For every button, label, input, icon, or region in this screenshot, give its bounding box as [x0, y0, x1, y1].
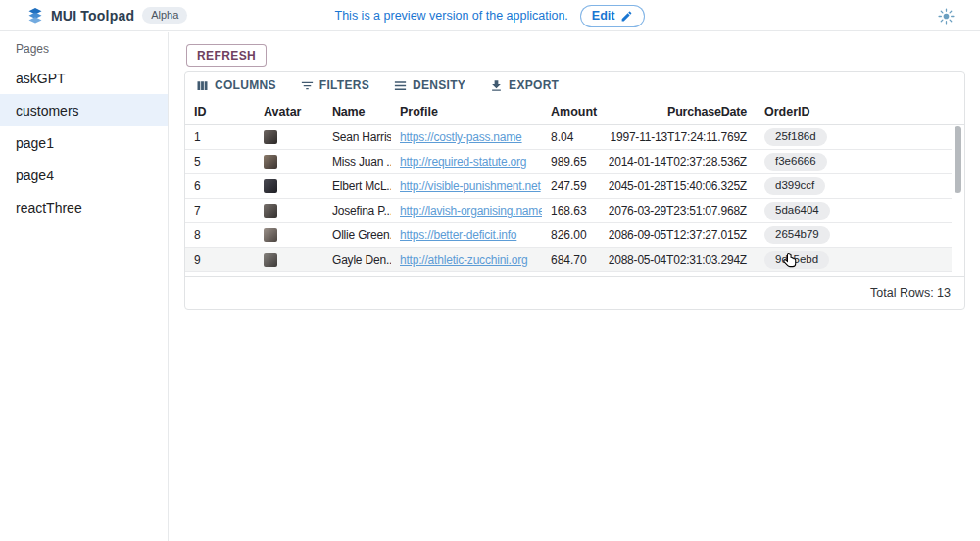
cell-id: 7	[185, 199, 255, 222]
sidebar: Pages askGPT customers page1 page4 react…	[0, 32, 169, 541]
profile-link[interactable]: http://required-statute.org	[400, 155, 526, 169]
order-id-chip[interactable]: 9dc5ebd	[764, 251, 829, 269]
cell-amount: 684.70	[542, 248, 604, 271]
preview-notice: This is a preview version of the applica…	[335, 9, 568, 23]
table-row[interactable]: 1 Sean Harris https://costly-pass.name 8…	[185, 125, 952, 150]
app-title: MUI Toolpad	[51, 8, 134, 24]
sidebar-item-askgpt[interactable]: askGPT	[0, 62, 168, 94]
order-id-chip[interactable]: 5da6404	[764, 202, 830, 220]
export-button-label: EXPORT	[509, 78, 559, 92]
column-header-amount[interactable]: Amount	[542, 99, 604, 124]
cell-id: 6	[185, 174, 255, 198]
cell-purchasedate: 2045-01-28T15:40:06.325Z	[604, 174, 756, 198]
download-icon	[489, 78, 504, 93]
sidebar-item-customers[interactable]: customers	[0, 94, 168, 126]
cell-purchasedate: 2086-09-05T12:37:27.015Z	[604, 223, 756, 247]
cell-name: Gayle Den...	[323, 248, 391, 271]
table-row[interactable]: 7 Josefina P... http://lavish-organising…	[185, 199, 952, 223]
cell-profile: http://required-statute.org	[391, 150, 542, 173]
cell-name: Miss Juan ...	[323, 150, 391, 173]
cell-amount: 8.04	[542, 125, 604, 149]
cell-orderid: 25f186d	[756, 125, 952, 149]
column-header-avatar[interactable]: Avatar	[255, 99, 323, 124]
profile-link[interactable]: https://costly-pass.name	[400, 130, 522, 144]
columns-button[interactable]: COLUMNS	[195, 78, 276, 93]
density-button-label: DENSITY	[413, 78, 466, 92]
view-columns-icon	[195, 78, 210, 93]
data-grid: COLUMNS FILTERS DENSITY EXPORT ID Avatar…	[184, 71, 965, 310]
cell-name: Josefina P...	[323, 199, 391, 222]
theme-toggle-button[interactable]	[935, 5, 956, 26]
avatar	[264, 179, 277, 193]
table-row[interactable]: 8 Ollie Green... https://better-deficit.…	[185, 223, 952, 248]
density-button[interactable]: DENSITY	[393, 78, 466, 93]
column-header-profile[interactable]: Profile	[391, 99, 542, 124]
export-button[interactable]: EXPORT	[489, 78, 559, 93]
cell-orderid: 5da6404	[756, 199, 952, 222]
profile-link[interactable]: http://visible-punishment.net	[400, 179, 541, 193]
order-id-chip[interactable]: 2654b79	[764, 226, 830, 244]
cell-purchasedate: 1997-11-13T17:24:11.769Z	[604, 125, 756, 149]
cell-avatar	[255, 125, 323, 149]
cell-id: 5	[185, 150, 255, 173]
filters-button[interactable]: FILTERS	[300, 78, 369, 93]
filter-list-icon	[300, 78, 315, 93]
cell-purchasedate: 2088-05-04T02:31:03.294Z	[604, 248, 756, 271]
cell-profile: http://lavish-organising.name	[391, 199, 542, 222]
cell-orderid: 9dc5ebd	[756, 248, 952, 271]
avatar	[264, 228, 277, 242]
column-header-id[interactable]: ID	[185, 99, 255, 124]
edit-button[interactable]: Edit	[580, 5, 646, 27]
cell-profile: https://costly-pass.name	[391, 125, 542, 149]
cell-profile: http://visible-punishment.net	[391, 174, 542, 198]
table-row[interactable]: 5 Miss Juan ... http://required-statute.…	[185, 150, 952, 174]
cell-id: 8	[185, 223, 255, 247]
app-bar: MUI Toolpad Alpha This is a preview vers…	[0, 0, 980, 31]
cell-amount: 168.63	[542, 199, 604, 222]
vertical-scrollbar[interactable]	[955, 126, 961, 193]
sidebar-item-reactthree[interactable]: reactThree	[0, 191, 168, 223]
order-id-chip[interactable]: 25f186d	[764, 128, 827, 146]
profile-link[interactable]: http://athletic-zucchini.org	[400, 253, 527, 267]
cell-profile: https://better-deficit.info	[391, 223, 542, 247]
alpha-badge: Alpha	[142, 7, 187, 24]
cell-purchasedate: 2076-03-29T23:51:07.968Z	[604, 199, 756, 222]
table-row[interactable]: 6 Elbert McL... http://visible-punishmen…	[185, 174, 952, 199]
cell-orderid: d399ccf	[756, 174, 952, 198]
density-rows-icon	[393, 78, 408, 93]
grid-header-row: ID Avatar Name Profile Amount PurchaseDa…	[185, 99, 964, 125]
profile-link[interactable]: https://better-deficit.info	[400, 228, 516, 242]
column-header-name[interactable]: Name	[323, 99, 391, 124]
cell-avatar	[255, 199, 323, 222]
grid-toolbar: COLUMNS FILTERS DENSITY EXPORT	[185, 72, 964, 99]
cell-avatar	[255, 223, 323, 247]
refresh-button[interactable]: REFRESH	[186, 44, 267, 67]
cell-name: Elbert McL...	[323, 174, 391, 198]
grid-rows: 1 Sean Harris https://costly-pass.name 8…	[185, 125, 952, 272]
cell-id: 1	[185, 125, 255, 149]
grid-footer: Total Rows: 13	[185, 276, 964, 309]
cell-profile: http://athletic-zucchini.org	[391, 248, 542, 271]
cell-name: Sean Harris	[323, 125, 391, 149]
avatar	[264, 253, 277, 267]
table-row[interactable]: 9 Gayle Den... http://athletic-zucchini.…	[185, 248, 952, 272]
toolpad-logo-icon	[27, 7, 43, 24]
cell-amount: 247.59	[542, 174, 604, 198]
sidebar-item-page1[interactable]: page1	[0, 126, 168, 159]
cell-name: Ollie Green...	[323, 223, 391, 247]
order-id-chip[interactable]: d399ccf	[764, 177, 825, 195]
avatar	[264, 130, 277, 144]
cell-orderid: f3e6666	[756, 150, 952, 173]
cell-amount: 826.00	[542, 223, 604, 247]
sidebar-item-page4[interactable]: page4	[0, 159, 168, 191]
column-header-purchasedate[interactable]: PurchaseDate	[604, 99, 756, 124]
profile-link[interactable]: http://lavish-organising.name	[400, 204, 542, 218]
cell-orderid: 2654b79	[756, 223, 952, 247]
column-header-orderid[interactable]: OrderID	[756, 99, 964, 124]
pencil-icon	[620, 10, 633, 23]
order-id-chip[interactable]: f3e6666	[764, 153, 827, 171]
cell-amount: 989.65	[542, 150, 604, 173]
cell-purchasedate: 2014-01-14T02:37:28.536Z	[604, 150, 756, 173]
avatar	[264, 204, 277, 218]
cell-avatar	[255, 248, 323, 271]
